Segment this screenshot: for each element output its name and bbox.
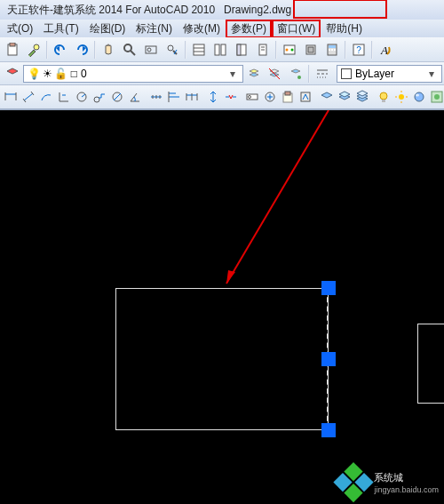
grip-handle[interactable] xyxy=(321,423,336,437)
zoom-previous-icon[interactable] xyxy=(163,40,182,60)
grip-handle[interactable] xyxy=(321,281,336,295)
markup-icon[interactable] xyxy=(280,40,299,60)
menu-params[interactable]: 参数(P) xyxy=(226,20,272,37)
svg-rect-11 xyxy=(215,44,219,55)
dim-break-icon[interactable] xyxy=(223,87,239,107)
menu-tools[interactable]: 工具(T) xyxy=(38,20,83,37)
layer2-icon[interactable] xyxy=(337,87,353,107)
standard-toolbar: ? A xyxy=(0,37,444,62)
layer-iso-icon[interactable] xyxy=(266,64,285,84)
dim-jogged-icon[interactable] xyxy=(91,87,107,107)
layer-state-icon[interactable] xyxy=(3,64,22,84)
svg-point-78 xyxy=(415,92,424,101)
svg-point-2 xyxy=(34,44,39,50)
filename-highlight-box xyxy=(293,0,387,19)
svg-point-32 xyxy=(297,76,301,79)
svg-point-6 xyxy=(147,48,151,52)
dim-aligned-icon[interactable] xyxy=(20,87,36,107)
zoom-window-icon[interactable] xyxy=(141,40,161,60)
drawn-rectangle[interactable] xyxy=(115,288,329,430)
menu-draw[interactable]: 绘图(D) xyxy=(84,20,131,37)
svg-point-73 xyxy=(399,94,404,100)
svg-line-90 xyxy=(226,110,329,284)
layer-dropdown[interactable]: 💡 ☀ 🔓 □ 0 ▾ xyxy=(23,65,243,83)
svg-point-79 xyxy=(416,94,419,97)
pan-icon[interactable] xyxy=(99,40,118,60)
dim-continue-icon[interactable] xyxy=(184,87,200,107)
watermark-text: 系统城 jingyan.baidu.com xyxy=(374,471,439,496)
undo-icon[interactable] xyxy=(51,40,70,60)
drawn-rectangle-partial[interactable] xyxy=(417,324,444,404)
tolerance-icon[interactable] xyxy=(244,87,260,107)
svg-rect-72 xyxy=(382,100,385,102)
layer1-icon[interactable] xyxy=(319,87,335,107)
title-bar: 天正软件-建筑系统 2014 For AutoCAD 2010 Drawing2… xyxy=(0,0,444,20)
svg-point-19 xyxy=(286,48,289,51)
dim-radius-icon[interactable] xyxy=(74,87,90,107)
design-center-icon[interactable] xyxy=(210,40,230,60)
calculator-icon[interactable] xyxy=(322,40,342,60)
color-dropdown[interactable]: ByLayer ▾ xyxy=(337,65,442,83)
dim-ordinate-icon[interactable] xyxy=(56,87,72,107)
layer-bar: 💡 ☀ 🔓 □ 0 ▾ ByLayer ▾ xyxy=(0,62,444,85)
layer-match-icon[interactable] xyxy=(286,64,305,84)
file-name: Drawing2.dwg xyxy=(224,4,291,16)
drawing-canvas[interactable]: 系统城 jingyan.baidu.com xyxy=(0,110,444,504)
color-value: ByLayer xyxy=(355,68,394,80)
svg-rect-1 xyxy=(10,43,15,46)
svg-point-81 xyxy=(434,94,440,100)
inspect-icon[interactable] xyxy=(280,87,296,107)
watermark-logo-icon xyxy=(332,462,375,504)
menu-help[interactable]: 帮助(H) xyxy=(321,20,368,37)
linetype-icon[interactable] xyxy=(313,64,332,84)
layer-color-swatch: □ xyxy=(71,68,77,80)
sun-icon: ☀ xyxy=(43,68,52,80)
dim-arc-icon[interactable] xyxy=(38,87,54,107)
sun-icon[interactable] xyxy=(393,87,409,107)
help-icon[interactable]: ? xyxy=(349,40,369,60)
app-title: 天正软件-建筑系统 2014 For AutoCAD 2010 Drawing2… xyxy=(7,3,291,18)
menu-modify[interactable]: 修改(M) xyxy=(178,20,226,37)
svg-rect-8 xyxy=(194,44,204,55)
dim-diameter-icon[interactable] xyxy=(109,87,125,107)
tool-palettes-icon[interactable] xyxy=(232,40,251,60)
dim-space-icon[interactable] xyxy=(205,87,221,107)
dim-angular-icon[interactable] xyxy=(127,87,143,107)
dim-jog-line-icon[interactable] xyxy=(297,87,313,107)
svg-line-49 xyxy=(114,93,121,100)
svg-text:A: A xyxy=(380,44,388,57)
svg-point-3 xyxy=(124,44,131,52)
menu-window[interactable]: 窗口(W) xyxy=(272,20,321,37)
light-icon[interactable] xyxy=(376,87,392,107)
svg-point-20 xyxy=(291,48,294,51)
svg-rect-26 xyxy=(331,49,333,51)
paste-icon[interactable] xyxy=(3,40,22,60)
grip-handle[interactable] xyxy=(321,352,336,366)
material-icon[interactable] xyxy=(411,87,427,107)
quick-dim-icon[interactable] xyxy=(148,87,164,107)
svg-rect-14 xyxy=(237,44,241,55)
svg-point-7 xyxy=(168,45,173,51)
redo-icon[interactable] xyxy=(72,40,91,60)
dim-linear-icon[interactable] xyxy=(3,87,19,107)
svg-text:?: ? xyxy=(356,45,361,55)
menu-dimension[interactable]: 标注(N) xyxy=(131,20,178,37)
svg-marker-91 xyxy=(226,270,235,284)
sheet-set-icon[interactable] xyxy=(253,40,273,60)
text-style-icon[interactable]: A xyxy=(376,40,395,60)
menu-bar: 式(O) 工具(T) 绘图(D) 标注(N) 修改(M) 参数(P) 窗口(W)… xyxy=(0,20,444,37)
menu-format[interactable]: 式(O) xyxy=(2,20,38,37)
dim-baseline-icon[interactable] xyxy=(166,87,182,107)
render-env-icon[interactable] xyxy=(429,87,444,107)
block-icon[interactable] xyxy=(301,40,321,60)
properties-icon[interactable] xyxy=(189,40,209,60)
layer3-icon[interactable] xyxy=(354,87,370,107)
match-prop-icon[interactable] xyxy=(24,40,44,60)
watermark: 系统城 jingyan.baidu.com xyxy=(338,468,439,499)
center-mark-icon[interactable] xyxy=(262,87,278,107)
layer-name: 0 xyxy=(81,68,87,80)
zoom-icon[interactable] xyxy=(120,40,139,60)
dimension-toolbar xyxy=(0,85,444,110)
layer-props-icon[interactable] xyxy=(244,64,264,84)
svg-point-71 xyxy=(380,92,387,100)
